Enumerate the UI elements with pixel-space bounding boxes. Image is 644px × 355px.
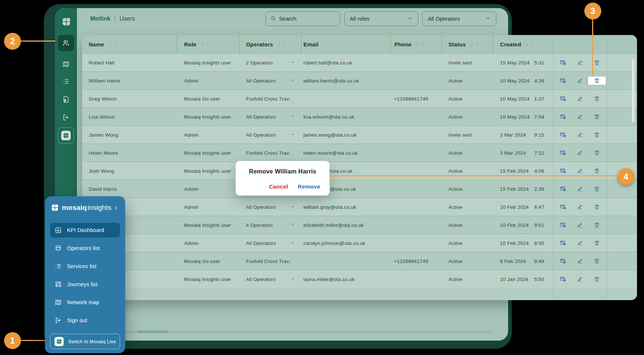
rail-map-button[interactable]	[58, 56, 74, 72]
table-header-row: Name↓↑Role↓↑Operators↓↑Email↓↑Phone↓↑Sta…	[82, 35, 637, 53]
edit-user-icon[interactable]	[576, 221, 584, 229]
chevron-down-icon[interactable]	[290, 240, 295, 246]
edit-user-icon[interactable]	[576, 59, 584, 67]
edit-user-icon[interactable]	[576, 275, 584, 283]
search-input[interactable]: Search	[265, 11, 340, 26]
resend-invite-icon[interactable]	[559, 149, 567, 157]
vertical-scrollbar-thumb[interactable]	[632, 59, 634, 123]
resend-invite-icon[interactable]	[559, 167, 567, 175]
user-operators[interactable]: Foxfold Cross Trav..	[239, 150, 301, 156]
remove-button[interactable]: Remove	[298, 183, 320, 190]
user-operators[interactable]: All Operators	[239, 240, 301, 246]
sidebar-item-journeys-list[interactable]: Journeys list	[50, 277, 120, 292]
delete-user-icon[interactable]	[593, 257, 601, 265]
resend-invite-icon[interactable]	[559, 131, 567, 139]
roles-filter-dropdown[interactable]: All roles	[344, 11, 418, 26]
user-operators[interactable]: 2 Operators	[239, 60, 301, 66]
delete-user-icon[interactable]	[593, 149, 601, 157]
edit-user-icon[interactable]	[576, 149, 584, 157]
edit-user-icon[interactable]	[576, 185, 584, 193]
user-operators[interactable]: All Operators	[239, 114, 301, 120]
created-time: 9:01	[534, 222, 544, 228]
resend-invite-icon[interactable]	[559, 239, 567, 247]
delete-user-icon[interactable]	[593, 185, 601, 193]
column-label: Status	[448, 41, 466, 48]
cancel-button[interactable]: Cancel	[269, 183, 288, 190]
user-operators[interactable]: All Operators	[239, 204, 301, 210]
sort-desc-icon[interactable]: ↓	[109, 42, 112, 46]
collapse-sidebar-icon[interactable]	[113, 205, 119, 211]
sort-asc-icon[interactable]: ↑	[284, 42, 286, 46]
user-operators[interactable]: All Operators	[239, 132, 301, 138]
chevron-down-icon[interactable]	[290, 78, 295, 84]
delete-user-icon[interactable]	[593, 77, 601, 85]
edit-user-icon[interactable]	[576, 203, 584, 211]
rail-sign-out-button[interactable]	[58, 109, 74, 126]
user-operators[interactable]: Foxfold Cross Trav..	[239, 259, 301, 264]
operators-filter-dropdown[interactable]: All Operators	[422, 11, 496, 26]
horizontal-scrollbar-track[interactable]	[96, 330, 493, 333]
chevron-down-icon[interactable]	[290, 204, 295, 210]
chevron-down-icon[interactable]	[290, 132, 295, 138]
resend-invite-icon[interactable]	[559, 77, 567, 85]
rail-users-button[interactable]	[58, 35, 74, 51]
edit-user-icon[interactable]	[576, 131, 584, 139]
sidebar-item-operators-list[interactable]: Operators list	[50, 241, 120, 256]
sort-desc-icon[interactable]: ↓	[417, 42, 419, 46]
chevron-down-icon[interactable]	[290, 276, 295, 282]
sort-desc-icon[interactable]: ↓	[471, 42, 473, 46]
delete-user-icon[interactable]	[593, 239, 601, 247]
sidebar-item-sign-out[interactable]: Sign out	[50, 313, 120, 328]
resend-invite-icon[interactable]	[559, 275, 567, 283]
sort-asc-icon[interactable]: ↑	[207, 42, 209, 46]
delete-user-icon[interactable]	[593, 275, 601, 283]
sort-asc-icon[interactable]: ↑	[329, 42, 331, 46]
delete-user-icon[interactable]	[593, 131, 601, 139]
sidebar-item-kpi-dashboard[interactable]: KPI Dashboard	[50, 223, 120, 238]
sort-desc-icon[interactable]: ↓	[526, 42, 528, 46]
sidebar-item-services-list[interactable]: Services list	[50, 259, 120, 274]
resend-invite-icon[interactable]	[559, 203, 567, 211]
edit-user-icon[interactable]	[576, 239, 584, 247]
created-time: 7:22	[534, 150, 544, 156]
rail-list-button[interactable]	[58, 73, 74, 89]
resend-invite-icon[interactable]	[559, 95, 567, 103]
sort-asc-icon[interactable]: ↑	[476, 42, 479, 46]
resend-invite-icon[interactable]	[559, 221, 567, 229]
edit-user-icon[interactable]	[576, 167, 584, 175]
sort-desc-icon[interactable]: ↓	[201, 42, 204, 46]
chevron-down-icon[interactable]	[290, 114, 295, 120]
chevron-down-icon[interactable]	[290, 222, 295, 228]
resend-invite-icon[interactable]	[559, 113, 567, 121]
edit-user-icon[interactable]	[576, 95, 584, 103]
delete-user-icon[interactable]	[593, 113, 601, 121]
resend-invite-icon[interactable]	[559, 185, 567, 193]
annotation-line-2	[19, 41, 55, 42]
rail-switch-button[interactable]	[58, 127, 74, 144]
user-operators[interactable]: All Operators	[239, 78, 301, 84]
sort-desc-icon[interactable]: ↓	[324, 42, 326, 46]
switch-to-mosaiq-live-button[interactable]: Switch to Mosaiq Live	[50, 334, 120, 349]
user-operators[interactable]: Foxfold Cross Trav..	[239, 96, 301, 102]
edit-user-icon[interactable]	[576, 77, 584, 85]
edit-user-icon[interactable]	[576, 113, 584, 121]
chevron-down-icon[interactable]	[290, 60, 295, 66]
resend-invite-icon[interactable]	[559, 59, 567, 67]
sort-desc-icon[interactable]: ↓	[278, 42, 281, 46]
user-operators[interactable]: All Operators	[239, 276, 301, 282]
delete-user-icon[interactable]	[593, 95, 601, 103]
annotation-badge-1: 1	[4, 332, 21, 349]
delete-user-icon[interactable]	[593, 59, 601, 67]
horizontal-scrollbar-thumb[interactable]	[137, 330, 168, 333]
sort-asc-icon[interactable]: ↑	[115, 42, 117, 46]
sidebar-item-network-map[interactable]: Network map	[50, 295, 120, 310]
delete-user-icon[interactable]	[593, 221, 601, 229]
rail-file-plus-button[interactable]	[58, 91, 74, 108]
delete-user-icon[interactable]	[593, 203, 601, 211]
edit-user-icon[interactable]	[576, 257, 584, 265]
sort-asc-icon[interactable]: ↑	[422, 42, 425, 46]
resend-invite-icon[interactable]	[559, 257, 567, 265]
user-operators[interactable]: 4 Operators	[239, 222, 301, 228]
delete-user-icon[interactable]	[593, 167, 601, 175]
sort-asc-icon[interactable]: ↑	[532, 42, 534, 46]
